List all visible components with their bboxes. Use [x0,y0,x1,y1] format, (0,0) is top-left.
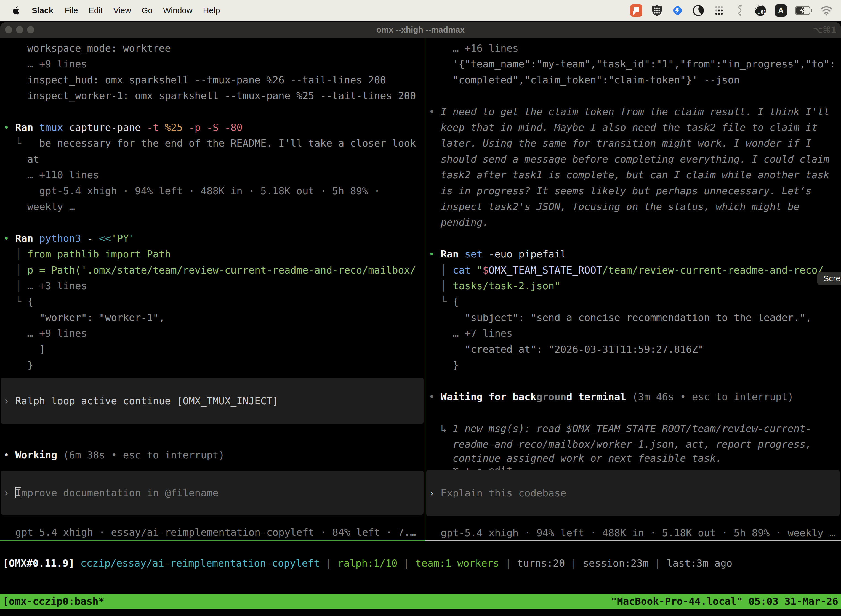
menu-help[interactable]: Help [198,6,226,15]
menu-view[interactable]: View [108,6,136,15]
terminal-line: "subject": "send a concise recommendatio… [429,309,812,326]
text-segment: %25 [165,122,189,133]
menu-edit[interactable]: Edit [84,6,108,15]
terminal-line: } [3,357,33,373]
text-segment: cat [453,264,477,276]
dots-grid-icon[interactable] [713,4,725,17]
terminal-line: workspace_mode: worktree [3,40,171,56]
text-segment: groun [536,391,566,402]
text-segment: 'PY' [111,233,135,244]
terminal-line: … +16 lines [429,40,519,56]
text-segment: ] [3,343,45,355]
text-segment: | [649,557,667,569]
omx-status-line: [OMX#0.11.9] cczip/essay/ai-reimplementa… [3,555,732,571]
text-segment: Ran [441,248,464,260]
terminal-line: "created_at": "2026-03-31T11:59:27.816Z" [429,342,704,357]
window-title: omx --xhigh --madmax [0,25,841,35]
text-segment: " [476,264,483,276]
text-segment: • [429,391,441,402]
window-titlebar[interactable]: omx --xhigh --madmax ⌥⌘1 [0,22,841,38]
menu-app-name[interactable]: Slack [26,6,59,15]
a-key-letter: A [778,6,784,15]
text-segment: is in progress? It seems likely but perh… [429,185,812,197]
menu-go[interactable]: Go [136,6,158,15]
tmux-host-clock: "MacBook-Pro-44.local" 05:03 31-Mar-26 [611,594,838,609]
tooltip-text: Scre [823,274,841,283]
text-segment: - [87,233,99,244]
text-segment: [OMX#0.11.9] [3,557,81,569]
menubar-status-area: ..61 A [630,4,833,17]
text-segment: Ralph loop active continue [OMX_TMUX_INJ… [15,395,278,406]
apple-menu-icon[interactable] [12,5,22,16]
terminal-line: │ … +3 lines [3,278,87,294]
text-segment: ↳ [429,423,453,434]
left-terminal-pane[interactable]: workspace_mode: worktree … +9 lines insp… [0,38,425,540]
text-segment: inspect_worker-1: omx sparkshell --tmux-… [3,90,416,101]
text-segment: gpt-5.4 xhigh · essay/ai-reimplementatio… [3,527,416,538]
text-segment: from pathlib import Path [27,248,171,260]
text-segment: OMX_TEAM_STATE_ROOT [489,264,602,276]
right-terminal-pane[interactable]: … +16 lines '{"team_name":"my-team","tas… [425,38,841,540]
crescent-app-icon[interactable] [692,4,705,17]
terminal-line: │ tasks/task-2.json" [429,278,560,294]
terminal-line: "completed","claim_token":"claim-token"}… [429,72,740,88]
usage-badge-icon[interactable]: ..61 [754,4,767,17]
prompt-input[interactable]: › Explain this codebase [426,470,840,516]
text-segment: … +3 lines [27,280,87,292]
terminal-line: gpt-5.4 xhigh · 94% left · 488K in · 5.1… [3,183,380,199]
wifi-icon[interactable] [820,4,833,17]
terminal-line: ↳ 1 new msg(s): read $OMX_TEAM_STATE_ROO… [429,421,812,436]
text-segment: $ [483,264,489,276]
ralph-loop-banner: › Ralph loop active continue [OMX_TMUX_I… [1,378,423,424]
prompt-input[interactable]: › Improve documentation in @filename [1,471,423,515]
text-segment: | [320,557,338,569]
text-segment: | [565,557,583,569]
text-segment: │ [429,280,453,292]
text-segment: I [15,487,21,499]
menu-window[interactable]: Window [158,6,198,15]
text-segment: … +9 lines [3,328,87,339]
text-segment: d terminal [567,391,632,402]
terminal-line: └ be necessary for the end of the README… [3,135,416,151]
text-segment: mprove documentation in @filename [21,487,218,499]
text-segment: Working [15,449,63,461]
terminal-window: omx --xhigh --madmax ⌥⌘1 workspace_mode:… [0,22,841,616]
text-segment: inspect_hud: omx sparkshell --tmux-pane … [3,74,386,85]
ran-shell-command-line: • Ran set -euo pipefail [429,246,567,262]
menu-file[interactable]: File [59,6,83,15]
text-segment: inspect task2's JSON, focusing on the st… [429,201,800,212]
right-pane-border [425,540,841,541]
text-segment: │ [429,264,453,276]
battery-charging-icon[interactable] [795,6,812,15]
text-segment: pending. [429,217,489,228]
bolt-badge-icon[interactable] [671,4,684,17]
squiggle-tool-icon[interactable] [733,4,746,17]
working-status-line: • Working (6m 38s • esc to interrupt) [3,447,224,463]
terminal-line: task2 after task1 is complete, but can I… [429,167,829,183]
a-key-icon[interactable]: A [775,4,787,16]
prompt-input-text: › Improve documentation in @filename [1,485,218,501]
terminal-line: "worker": "worker-1", [3,309,165,326]
left-pane-border [0,540,425,541]
terminal-line: inspect_hud: omx sparkshell --tmux-pane … [3,72,386,88]
text-segment: tasks/task-2.json" [453,280,560,292]
privacy-shield-icon[interactable] [651,4,663,17]
thinking-line: • I need to get the claim token from the… [429,104,829,119]
text-segment: keep that in mind. Maybe I also need the… [429,122,818,133]
text-segment: └ [3,296,27,307]
text-segment: › [3,395,15,406]
slack-notification-icon[interactable] [630,4,643,17]
terminal-line: inspect task2's JSON, focusing on the st… [429,199,800,214]
ralph-loop-banner-text: › Ralph loop active continue [OMX_TMUX_I… [1,393,278,409]
terminal-line: readme-and-reco/mailbox/worker-1.json, a… [429,436,812,452]
terminal-line: │ p = Path('.omx/state/team/review-curre… [3,262,416,278]
tmux-status-bar: [omx-cczip0:bash* "MacBook-Pro-44.local"… [0,594,841,609]
text-segment: at [3,154,39,165]
text-segment: "subject": "send a concise recommendatio… [429,312,812,323]
text-segment: I need to get the claim token from the c… [441,106,829,117]
text-segment: Ran [15,122,39,133]
text-segment: python3 [39,233,87,244]
text-segment: ralph:1/10 [338,557,398,569]
text-segment: … +110 lines [3,169,99,180]
terminal-line: later. Using the same for transition mig… [429,135,812,151]
